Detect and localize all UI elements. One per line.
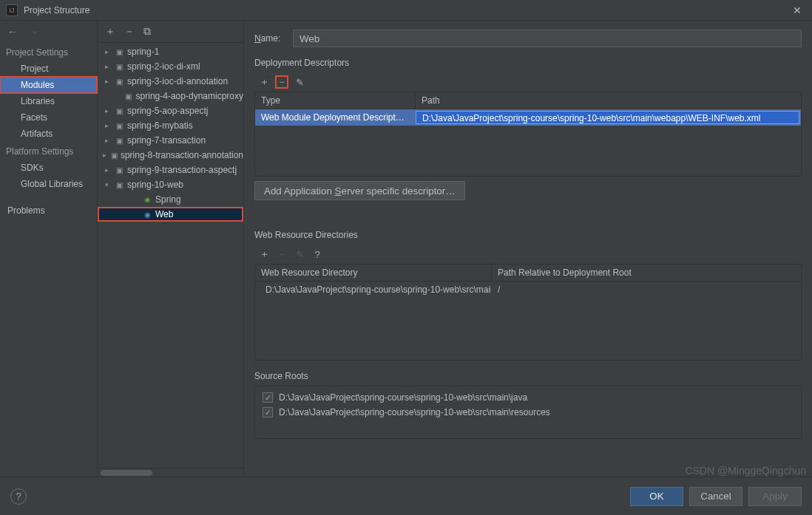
tree-item-spring-7-transaction[interactable]: ▸▣spring-7-transaction xyxy=(98,133,243,148)
left-nav: ← → Project Settings Project Modules Lib… xyxy=(0,21,98,477)
tree-item-label: spring-8-transaction-annotation xyxy=(121,150,243,160)
wr-help-icon[interactable]: ? xyxy=(311,248,324,261)
nav-sdks[interactable]: SDKs xyxy=(0,160,97,176)
tree-item-label: Web xyxy=(155,209,173,219)
checkbox-icon[interactable]: ✓ xyxy=(263,392,273,403)
module-tree[interactable]: ▸▣spring-1▸▣spring-2-ioc-di-xml▸▣spring-… xyxy=(98,43,243,468)
chevron-icon[interactable]: ▸ xyxy=(102,151,108,159)
tree-item-spring-8-transaction-annotation[interactable]: ▸▣spring-8-transaction-annotation xyxy=(98,148,243,163)
section-platform-settings: Platform Settings xyxy=(0,142,97,160)
tree-item-label: spring-9-transaction-aspectj xyxy=(127,165,237,175)
dd-row-type: Web Module Deployment Descript… xyxy=(255,111,416,124)
dd-col-type: Type xyxy=(255,92,416,109)
tree-scrollbar[interactable] xyxy=(98,468,243,477)
close-icon[interactable]: ✕ xyxy=(788,4,806,16)
chevron-icon[interactable]: ▾ xyxy=(102,181,111,188)
tree-item-spring-5-aop-aspectj[interactable]: ▸▣spring-5-aop-aspectj xyxy=(98,103,243,118)
section-project-settings: Project Settings xyxy=(0,43,97,61)
deployment-descriptors-title: Deployment Descriptors xyxy=(254,58,802,68)
tree-item-label: spring-6-mybatis xyxy=(127,120,193,131)
wr-row-dir: D:\Java\JavaProject\spring-course\spring… xyxy=(265,284,492,295)
tree-item-spring-10-web[interactable]: ▾▣spring-10-web xyxy=(98,177,243,192)
dd-remove-icon[interactable]: － xyxy=(275,75,288,89)
tree-item-spring-2-ioc-di-xml[interactable]: ▸▣spring-2-ioc-di-xml xyxy=(98,59,243,74)
folder-icon: ▣ xyxy=(114,61,124,72)
dd-col-path: Path xyxy=(416,92,801,109)
nav-modules[interactable]: Modules xyxy=(0,77,97,93)
wr-table: Web Resource Directory Path Relative to … xyxy=(254,264,802,361)
wr-row[interactable]: D:\Java\JavaProject\spring-course\spring… xyxy=(255,282,801,298)
folder-icon: ▣ xyxy=(124,91,133,101)
source-root-path: D:\Java\JavaProject\spring-course\spring… xyxy=(279,392,527,403)
tree-remove-icon[interactable]: － xyxy=(124,25,135,38)
dd-edit-icon[interactable]: ✎ xyxy=(293,75,306,89)
folder-icon: ▣ xyxy=(114,106,124,116)
folder-icon: ▣ xyxy=(114,76,124,86)
folder-icon: ▣ xyxy=(111,150,118,160)
nav-facets[interactable]: Facets xyxy=(0,109,97,126)
cancel-button[interactable]: Cancel xyxy=(689,487,742,506)
wr-add-icon[interactable]: ＋ xyxy=(257,248,271,261)
source-root-row[interactable]: ✓ D:\Java\JavaProject\spring-course\spri… xyxy=(263,407,794,417)
wr-col-rel: Path Relative to Deployment Root xyxy=(492,265,801,281)
ok-button[interactable]: OK xyxy=(630,487,683,506)
wr-edit-icon: ✎ xyxy=(293,248,306,261)
tree-item-web[interactable]: ◉Web xyxy=(98,207,243,222)
spring-icon: ❀ xyxy=(142,194,152,205)
nav-forward-icon: → xyxy=(28,26,38,38)
web-icon: ◉ xyxy=(142,209,152,219)
nav-back-icon[interactable]: ← xyxy=(7,26,18,38)
dd-row[interactable]: Web Module Deployment Descript… D:\Java\… xyxy=(255,109,801,126)
nav-artifacts[interactable]: Artifacts xyxy=(0,126,97,142)
tree-item-spring-9-transaction-aspectj[interactable]: ▸▣spring-9-transaction-aspectj xyxy=(98,163,243,177)
wr-row-rel: / xyxy=(492,283,801,296)
dd-add-icon[interactable]: ＋ xyxy=(257,75,271,89)
tree-item-label: spring-4-aop-dynamicproxy xyxy=(136,91,243,101)
tree-item-label: spring-10-web xyxy=(127,180,183,190)
help-icon[interactable]: ? xyxy=(10,488,27,505)
tree-add-icon[interactable]: ＋ xyxy=(105,25,115,38)
wr-col-dir: Web Resource Directory xyxy=(255,265,492,281)
tree-item-spring-1[interactable]: ▸▣spring-1 xyxy=(98,44,243,59)
tree-item-label: spring-7-transaction xyxy=(127,135,206,146)
source-roots-list: ✓ D:\Java\JavaProject\spring-course\spri… xyxy=(254,386,802,439)
checkbox-icon[interactable]: ✓ xyxy=(263,407,273,417)
nav-libraries[interactable]: Libraries xyxy=(0,93,97,109)
tree-copy-icon[interactable]: ⧉ xyxy=(143,25,151,38)
tree-item-label: Spring xyxy=(155,194,181,205)
app-icon: IJ xyxy=(6,4,18,16)
window-title: Project Structure xyxy=(24,5,788,16)
chevron-icon[interactable]: ▸ xyxy=(102,122,111,129)
nav-problems[interactable]: Problems xyxy=(0,202,97,219)
chevron-icon[interactable]: ▸ xyxy=(102,107,111,115)
nav-project[interactable]: Project xyxy=(0,61,97,77)
module-tree-panel: ＋ － ⧉ ▸▣spring-1▸▣spring-2-ioc-di-xml▸▣s… xyxy=(98,21,244,477)
titlebar: IJ Project Structure ✕ xyxy=(0,0,812,21)
dd-row-path[interactable]: D:\Java\JavaProject\spring-course\spring… xyxy=(416,111,799,124)
dd-table: Type Path Web Module Deployment Descript… xyxy=(254,92,802,177)
add-app-server-descriptor-button[interactable]: Add Application Server specific descript… xyxy=(254,181,465,200)
tree-item-spring[interactable]: ❀Spring xyxy=(98,192,243,207)
chevron-icon[interactable]: ▸ xyxy=(102,166,111,174)
nav-global-libraries[interactable]: Global Libraries xyxy=(0,176,97,192)
tree-item-label: spring-2-ioc-di-xml xyxy=(127,61,200,72)
tree-item-spring-4-aop-dynamicproxy[interactable]: ▣spring-4-aop-dynamicproxy xyxy=(98,89,243,103)
chevron-icon[interactable]: ▸ xyxy=(102,63,111,70)
source-root-path: D:\Java\JavaProject\spring-course\spring… xyxy=(279,407,550,417)
name-label: Name: xyxy=(254,33,293,44)
apply-button: Apply xyxy=(748,487,802,506)
tree-item-spring-3-ioc-di-annotation[interactable]: ▸▣spring-3-ioc-di-annotation xyxy=(98,74,243,89)
chevron-icon[interactable]: ▸ xyxy=(102,48,111,55)
tree-item-label: spring-3-ioc-di-annotation xyxy=(127,76,228,86)
folder-icon: ▣ xyxy=(114,47,124,57)
tree-item-spring-6-mybatis[interactable]: ▸▣spring-6-mybatis xyxy=(98,118,243,133)
source-root-row[interactable]: ✓ D:\Java\JavaProject\spring-course\spri… xyxy=(263,392,794,403)
folder-icon: ▣ xyxy=(114,135,124,146)
chevron-icon[interactable]: ▸ xyxy=(102,78,111,85)
web-resource-dirs-title: Web Resource Directories xyxy=(254,230,802,240)
chevron-icon[interactable]: ▸ xyxy=(102,137,111,144)
tree-item-label: spring-5-aop-aspectj xyxy=(127,106,208,116)
wr-remove-icon: － xyxy=(275,248,288,261)
name-input[interactable] xyxy=(293,30,802,47)
folder-icon: ▣ xyxy=(114,120,124,131)
